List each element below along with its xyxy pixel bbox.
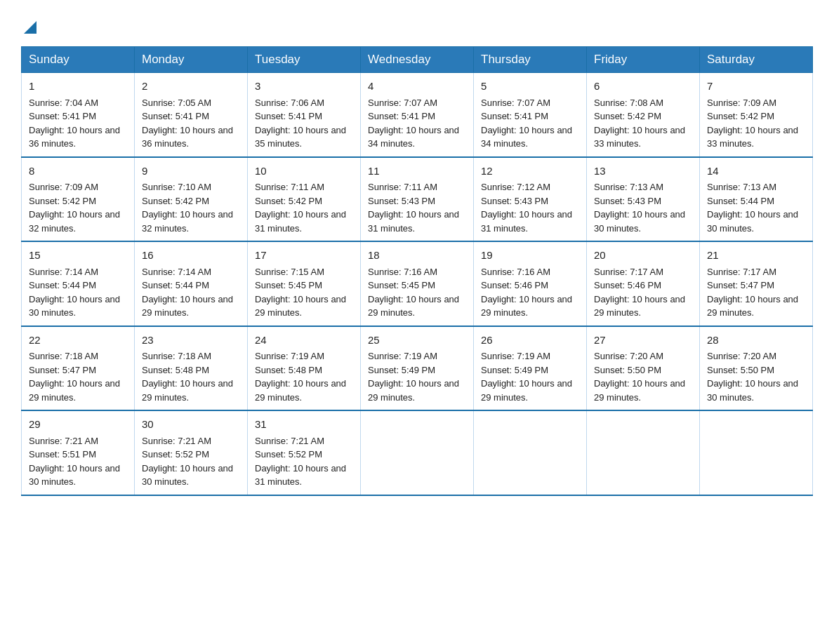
col-header-wednesday: Wednesday [361,47,474,73]
day-cell-26: 26 Sunrise: 7:19 AM Sunset: 5:49 PM Dayl… [474,326,587,411]
day-cell-15: 15 Sunrise: 7:14 AM Sunset: 5:44 PM Dayl… [22,241,135,326]
day-number: 16 [142,248,240,264]
sunrise-label: Sunrise: 7:20 AM [594,351,663,361]
sunset-label: Sunset: 5:42 PM [707,111,774,121]
day-number: 10 [255,163,353,180]
sunrise-label: Sunrise: 7:17 AM [707,267,776,277]
daylight-label: Daylight: 10 hours and 29 minutes. [255,378,346,403]
day-cell-18: 18 Sunrise: 7:16 AM Sunset: 5:45 PM Dayl… [361,241,474,326]
day-number: 2 [142,79,240,95]
day-number: 31 [255,417,353,433]
day-cell-25: 25 Sunrise: 7:19 AM Sunset: 5:49 PM Dayl… [361,326,474,411]
day-cell-13: 13 Sunrise: 7:13 AM Sunset: 5:43 PM Dayl… [587,157,700,242]
sunset-label: Sunset: 5:42 PM [594,111,661,121]
sunrise-label: Sunrise: 7:09 AM [29,182,98,192]
daylight-label: Daylight: 10 hours and 34 minutes. [368,125,459,149]
sunrise-label: Sunrise: 7:14 AM [29,267,98,277]
sunset-label: Sunset: 5:41 PM [481,111,548,121]
empty-cell [587,410,700,495]
week-row-2: 8 Sunrise: 7:09 AM Sunset: 5:42 PM Dayli… [22,157,813,242]
sunrise-label: Sunrise: 7:15 AM [255,267,324,277]
sunset-label: Sunset: 5:50 PM [594,365,661,375]
col-header-monday: Monday [135,47,248,73]
sunrise-label: Sunrise: 7:18 AM [142,351,211,361]
day-number: 15 [29,248,127,264]
day-number: 19 [481,248,579,264]
day-number: 7 [707,79,805,95]
day-cell-23: 23 Sunrise: 7:18 AM Sunset: 5:48 PM Dayl… [135,326,248,411]
day-cell-31: 31 Sunrise: 7:21 AM Sunset: 5:52 PM Dayl… [248,410,361,495]
day-number: 13 [594,163,692,180]
sunrise-label: Sunrise: 7:20 AM [707,351,776,361]
sunset-label: Sunset: 5:44 PM [707,196,774,206]
daylight-label: Daylight: 10 hours and 31 minutes. [255,463,346,488]
sunset-label: Sunset: 5:52 PM [142,449,209,459]
logo-text [21,20,38,35]
empty-cell [474,410,587,495]
sunset-label: Sunset: 5:41 PM [255,111,322,121]
daylight-label: Daylight: 10 hours and 36 minutes. [142,125,233,149]
sunset-label: Sunset: 5:47 PM [707,280,774,290]
calendar-table: SundayMondayTuesdayWednesdayThursdayFrid… [21,46,813,496]
daylight-label: Daylight: 10 hours and 32 minutes. [29,209,120,234]
col-header-sunday: Sunday [22,47,135,73]
sunset-label: Sunset: 5:50 PM [707,365,774,375]
header-row: SundayMondayTuesdayWednesdayThursdayFrid… [22,47,813,73]
day-number: 4 [368,79,466,95]
sunrise-label: Sunrise: 7:21 AM [255,436,324,446]
logo-arrow-icon [22,20,38,35]
sunrise-label: Sunrise: 7:13 AM [594,182,663,192]
sunset-label: Sunset: 5:48 PM [255,365,322,375]
daylight-label: Daylight: 10 hours and 34 minutes. [481,125,572,149]
day-number: 1 [29,79,127,95]
day-number: 12 [481,163,579,180]
empty-cell [700,410,813,495]
sunrise-label: Sunrise: 7:19 AM [255,351,324,361]
sunset-label: Sunset: 5:46 PM [594,280,661,290]
sunset-label: Sunset: 5:49 PM [481,365,548,375]
sunrise-label: Sunrise: 7:21 AM [29,436,98,446]
daylight-label: Daylight: 10 hours and 30 minutes. [707,378,798,403]
empty-cell [361,410,474,495]
day-cell-30: 30 Sunrise: 7:21 AM Sunset: 5:52 PM Dayl… [135,410,248,495]
sunrise-label: Sunrise: 7:05 AM [142,98,211,108]
sunset-label: Sunset: 5:47 PM [29,365,96,375]
sunrise-label: Sunrise: 7:16 AM [481,267,550,277]
day-number: 3 [255,79,353,95]
daylight-label: Daylight: 10 hours and 30 minutes. [707,209,798,234]
sunset-label: Sunset: 5:51 PM [29,449,96,459]
sunrise-label: Sunrise: 7:14 AM [142,267,211,277]
day-number: 18 [368,248,466,264]
page: SundayMondayTuesdayWednesdayThursdayFrid… [0,0,834,517]
daylight-label: Daylight: 10 hours and 29 minutes. [594,294,685,318]
daylight-label: Daylight: 10 hours and 30 minutes. [29,463,120,488]
daylight-label: Daylight: 10 hours and 31 minutes. [481,209,572,234]
week-row-5: 29 Sunrise: 7:21 AM Sunset: 5:51 PM Dayl… [22,410,813,495]
col-header-friday: Friday [587,47,700,73]
day-cell-10: 10 Sunrise: 7:11 AM Sunset: 5:42 PM Dayl… [248,157,361,242]
col-header-tuesday: Tuesday [248,47,361,73]
header [21,14,813,34]
day-cell-2: 2 Sunrise: 7:05 AM Sunset: 5:41 PM Dayli… [135,73,248,157]
sunset-label: Sunset: 5:42 PM [29,196,96,206]
sunset-label: Sunset: 5:44 PM [142,280,209,290]
day-cell-12: 12 Sunrise: 7:12 AM Sunset: 5:43 PM Dayl… [474,157,587,242]
sunset-label: Sunset: 5:45 PM [255,280,322,290]
week-row-1: 1 Sunrise: 7:04 AM Sunset: 5:41 PM Dayli… [22,73,813,157]
day-cell-11: 11 Sunrise: 7:11 AM Sunset: 5:43 PM Dayl… [361,157,474,242]
day-cell-8: 8 Sunrise: 7:09 AM Sunset: 5:42 PM Dayli… [22,157,135,242]
sunrise-label: Sunrise: 7:12 AM [481,182,550,192]
day-cell-3: 3 Sunrise: 7:06 AM Sunset: 5:41 PM Dayli… [248,73,361,157]
week-row-3: 15 Sunrise: 7:14 AM Sunset: 5:44 PM Dayl… [22,241,813,326]
day-number: 23 [142,333,240,349]
daylight-label: Daylight: 10 hours and 33 minutes. [594,125,685,149]
day-number: 11 [368,163,466,180]
day-number: 28 [707,333,805,349]
daylight-label: Daylight: 10 hours and 33 minutes. [707,125,798,149]
sunset-label: Sunset: 5:41 PM [142,111,209,121]
daylight-label: Daylight: 10 hours and 29 minutes. [481,294,572,318]
logo [21,14,38,34]
sunset-label: Sunset: 5:41 PM [29,111,96,121]
day-number: 17 [255,248,353,264]
sunrise-label: Sunrise: 7:18 AM [29,351,98,361]
